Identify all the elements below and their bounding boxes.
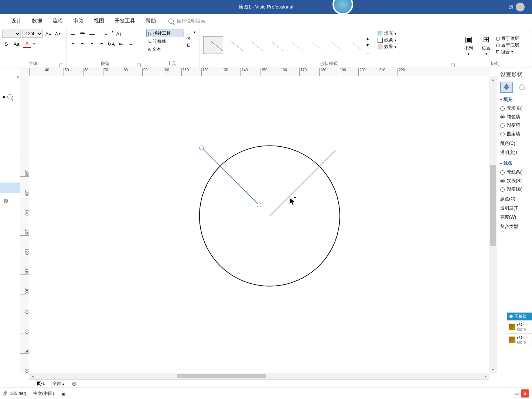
font-color-icon[interactable]: A <box>23 40 31 48</box>
gallery-down-icon[interactable]: ▾ <box>364 42 371 48</box>
tab-design[interactable]: 设计 <box>6 14 27 28</box>
user-area[interactable]: 漾 <box>509 3 525 11</box>
align-left-icon[interactable]: ≡ <box>69 40 77 48</box>
page-tab-all[interactable]: 全部 ▴ <box>52 381 64 387</box>
style-thumb-5[interactable] <box>283 36 303 54</box>
scroll-thumb[interactable] <box>490 165 496 246</box>
chevron-down-icon[interactable]: ▾ <box>112 30 113 38</box>
effects-tab[interactable] <box>516 82 528 93</box>
fill-section-header[interactable]: ▾填充 <box>500 96 532 103</box>
style-thumb-1[interactable] <box>203 36 223 54</box>
align-middle-icon[interactable] <box>78 30 86 38</box>
decrease-font-icon[interactable]: A▼ <box>54 30 62 38</box>
increase-font-icon[interactable]: A▲ <box>44 30 52 38</box>
scroll-down-icon[interactable]: ▾ <box>489 366 497 373</box>
tell-me-search[interactable]: 操作说明搜索 <box>168 18 205 24</box>
shapes-category-active[interactable] <box>0 183 20 193</box>
rectangle-tool-button[interactable]: ▾ <box>185 30 197 35</box>
connection-point-button[interactable]: ⊡ <box>185 42 197 48</box>
arrange-button[interactable]: ▣ 排列▾ <box>460 35 477 56</box>
tab-help[interactable]: 帮助 <box>140 14 161 28</box>
tab-process[interactable]: 流程 <box>47 14 68 28</box>
styles-launcher-icon[interactable] <box>451 64 455 67</box>
scroll-thumb[interactable] <box>177 374 266 378</box>
font-launcher-icon[interactable] <box>59 64 63 67</box>
fill-gradient-radio[interactable]: 渐变填 <box>500 121 532 130</box>
ruler-vertical[interactable]: 60708090100110120130140150160 <box>20 76 29 373</box>
line-compound-label[interactable]: 复合类型 <box>500 221 532 231</box>
status-language[interactable]: 中文(中国) <box>33 391 54 397</box>
horizontal-scrollbar[interactable]: ◂ ▸ <box>29 373 489 379</box>
case-icon[interactable]: Aa <box>13 40 21 48</box>
increase-indent-icon[interactable]: ⇥ <box>126 40 134 48</box>
line-width-label[interactable]: 宽度(W) <box>500 212 532 221</box>
line-transparency-label[interactable]: 透明度(T <box>500 203 532 212</box>
scroll-right-icon[interactable]: ▸ <box>482 373 489 379</box>
canvas-area: 4050607080901001101201301401501601701801… <box>20 68 497 388</box>
gallery-more-icon[interactable]: ⎯ <box>364 48 371 55</box>
presentation-mode-icon[interactable]: ▭ <box>515 391 519 396</box>
shapes-search[interactable]: ▸ <box>3 93 13 100</box>
send-to-back-button[interactable]: ▢置于底层 <box>496 42 519 48</box>
fill-button[interactable]: 填充▾ <box>378 30 396 37</box>
decrease-indent-icon[interactable]: ⇤ <box>117 40 125 48</box>
shape-style-gallery[interactable]: ▴ ▾ ⎯ <box>202 30 372 61</box>
fill-solid-radio[interactable]: 纯色填 <box>500 113 532 121</box>
avatar-icon[interactable] <box>516 3 525 11</box>
line-solid-radio[interactable]: 实线(S) <box>500 177 532 185</box>
fill-pattern-radio[interactable]: 图案填 <box>500 130 532 138</box>
align-top-icon[interactable] <box>69 30 77 38</box>
pointer-tool-button[interactable]: ▷指针工具 <box>146 30 184 37</box>
fill-none-radio[interactable]: 无填充( <box>500 104 532 113</box>
scroll-left-icon[interactable]: ◂ <box>29 373 36 379</box>
fill-transparency-label[interactable]: 透明度(T <box>500 147 532 157</box>
align-right-icon[interactable]: ≡ <box>88 40 96 48</box>
chevron-down-icon[interactable]: ▾ <box>33 42 35 46</box>
style-thumb-6[interactable] <box>303 36 323 54</box>
fill-line-tab[interactable] <box>500 82 513 93</box>
page-tab-1[interactable]: 页-1 <box>37 381 45 387</box>
tab-developer[interactable]: 开发工具 <box>109 14 140 28</box>
rotate-text-icon[interactable]: ↻A <box>107 40 115 48</box>
text-tool-button[interactable]: A文本 <box>146 46 184 53</box>
effects-button[interactable]: 效果▾ <box>378 44 396 50</box>
font-family-select[interactable] <box>2 30 21 38</box>
style-thumb-3[interactable] <box>243 36 263 54</box>
line-section-header[interactable]: ▾线条 <box>500 160 532 167</box>
paragraph-launcher-icon[interactable] <box>137 64 141 67</box>
style-thumb-8[interactable] <box>343 36 363 54</box>
add-page-button[interactable]: ⊕ <box>72 380 76 387</box>
line-color-label[interactable]: 颜色(C) <box>500 194 532 203</box>
bullets-icon[interactable]: ≡ <box>102 30 110 38</box>
ruler-horizontal[interactable]: 4050607080901001101201301401501601701801… <box>29 68 489 76</box>
collapse-icon[interactable]: ◂ <box>17 75 18 79</box>
tab-data[interactable]: 数据 <box>27 14 47 28</box>
line-button[interactable]: 线条▾ <box>378 37 396 43</box>
tab-review[interactable]: 审阅 <box>68 14 89 28</box>
text-direction-icon[interactable]: A↕ <box>115 30 123 38</box>
bring-to-front-button[interactable]: ▢置于顶层 <box>496 35 519 42</box>
fill-color-label[interactable]: 颜色(C) <box>500 138 532 147</box>
align-justify-icon[interactable]: ≡ <box>98 40 106 48</box>
drawing-canvas[interactable]: + <box>29 76 489 373</box>
macro-recorder-icon[interactable]: ▣ <box>61 391 65 396</box>
font-size-select[interactable]: 12pt <box>22 30 43 38</box>
connector-tool-button[interactable]: ↳连接线 <box>146 38 184 45</box>
strikethrough-icon[interactable]: S <box>2 40 10 48</box>
tab-view[interactable]: 视图 <box>89 14 109 28</box>
style-thumb-7[interactable] <box>323 36 343 54</box>
line-none-radio[interactable]: 无线条( <box>500 168 532 177</box>
align-center-icon[interactable]: ≡ <box>78 40 86 48</box>
scroll-up-icon[interactable]: ▴ <box>489 76 497 83</box>
position-button[interactable]: ⊞ 位置▾ <box>478 35 494 56</box>
style-thumb-4[interactable] <box>263 36 283 54</box>
delete-tool-button[interactable]: ✕ <box>185 35 197 41</box>
align-bottom-icon[interactable] <box>88 30 96 38</box>
gallery-up-icon[interactable]: ▴ <box>364 35 371 42</box>
style-thumb-2[interactable] <box>223 36 243 54</box>
sogou-ime-icon[interactable]: S <box>521 389 529 398</box>
license-banner[interactable]: ◆ 正版软 已处于Micro 已处于Micro <box>507 313 532 346</box>
group-button[interactable]: ⊡组合▾ <box>496 49 519 55</box>
line-gradient-radio[interactable]: 渐变线( <box>500 185 532 194</box>
vertical-scrollbar[interactable]: ▴ ▾ <box>489 76 497 373</box>
